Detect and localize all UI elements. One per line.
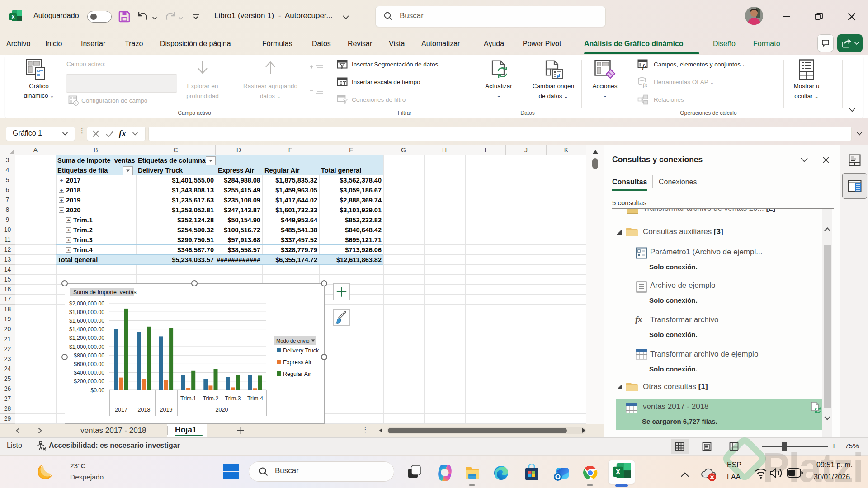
svg-text:fx: fx [643, 82, 647, 88]
svg-text:Trim.4: Trim.4 [247, 395, 263, 402]
svg-text:Trim.3: Trim.3 [225, 395, 241, 402]
svg-text:$800,000.00: $800,000.00 [74, 352, 104, 359]
svg-text:$400,000.00: $400,000.00 [74, 370, 104, 376]
svg-text:X: X [616, 468, 621, 476]
svg-text:Express Air: Express Air [283, 359, 311, 366]
svg-text:Delivery Truck: Delivery Truck [283, 347, 319, 354]
svg-text:$1,400,000.00: $1,400,000.00 [69, 326, 104, 333]
svg-text:fx: fx [642, 63, 647, 70]
svg-text:2017: 2017 [115, 407, 127, 413]
svg-text:2018: 2018 [138, 407, 151, 413]
svg-text:$200,000.00: $200,000.00 [74, 378, 104, 385]
svg-text:$2,000,000.00: $2,000,000.00 [69, 300, 104, 307]
svg-text:2019: 2019 [160, 407, 173, 413]
svg-text:Suma de Importe ventas: Suma de Importe ventas [73, 289, 137, 296]
svg-text:$0.00: $0.00 [91, 387, 105, 394]
svg-text:$600,000.00: $600,000.00 [74, 361, 104, 367]
svg-text:$1,600,000.00: $1,600,000.00 [69, 318, 104, 324]
svg-text:$1,200,000.00: $1,200,000.00 [69, 335, 104, 341]
svg-text:$1,000,000.00: $1,000,000.00 [69, 344, 104, 350]
svg-text:Trim.1: Trim.1 [180, 395, 196, 402]
svg-text:2020: 2020 [216, 407, 228, 413]
svg-text:$1,800,000.00: $1,800,000.00 [69, 309, 104, 315]
svg-text:Trim.2: Trim.2 [203, 395, 218, 402]
svg-text:Regular Air: Regular Air [283, 371, 311, 377]
svg-text:X: X [11, 14, 15, 20]
svg-text:Modo de envio: Modo de envio [276, 338, 309, 343]
